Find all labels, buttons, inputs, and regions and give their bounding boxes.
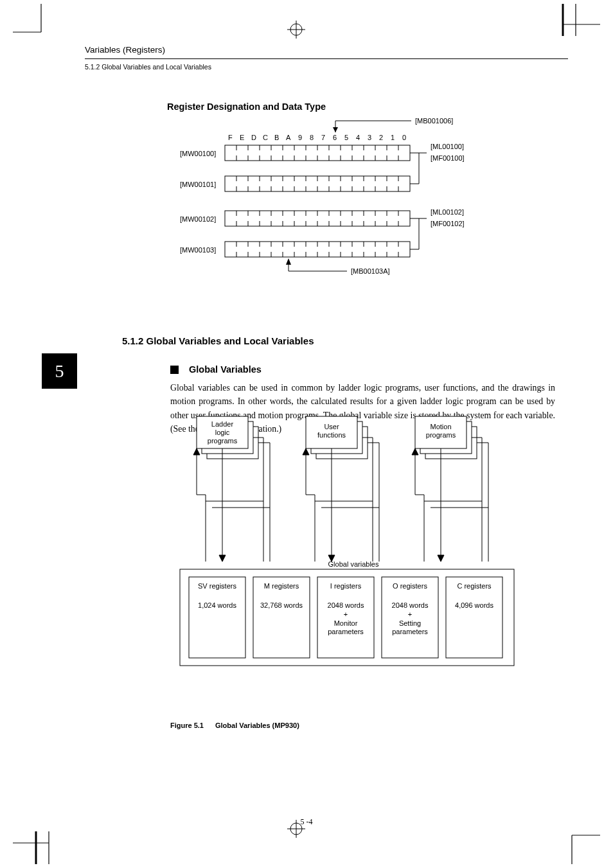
bottom-pointer-label: [MB00103A]: [351, 267, 390, 275]
content-area: Variables (Registers) 5.1.2 Global Varia…: [45, 45, 568, 804]
svg-text:+: +: [408, 610, 412, 618]
svg-text:1,024 words: 1,024 words: [198, 601, 236, 609]
square-bullet-icon: [170, 366, 179, 374]
svg-text:2: 2: [379, 134, 383, 141]
h2-section: 5.1.2 Global Variables and Local Variabl…: [122, 335, 568, 346]
word-label-1: [MW00101]: [180, 181, 216, 188]
svg-text:Motion: Motion: [430, 423, 451, 430]
reg-box-4: C registers 4,096 words: [446, 577, 502, 658]
svg-text:User: User: [324, 423, 339, 430]
fig-num: Figure 5.1: [170, 722, 204, 729]
running-header: Variables (Registers): [85, 45, 568, 55]
svg-marker-189: [193, 448, 200, 455]
h3-row: Global Variables: [170, 364, 568, 375]
svg-text:4: 4: [356, 134, 360, 141]
svg-text:1: 1: [391, 134, 395, 141]
svg-text:5: 5: [344, 134, 348, 141]
svg-text:+: +: [344, 610, 348, 618]
figure-caption: Figure 5.1Global Variables (MP930): [170, 722, 568, 729]
right-label-ml0: [ML00100]: [431, 143, 464, 150]
svg-text:SV registers: SV registers: [198, 582, 236, 590]
svg-text:programs: programs: [208, 437, 238, 445]
top-box-1: User functions: [306, 416, 368, 459]
running-subheader: 5.1.2 Global Variables and Local Variabl…: [85, 63, 568, 71]
svg-text:F: F: [228, 134, 233, 141]
svg-text:3: 3: [368, 134, 371, 141]
svg-text:32,768 words: 32,768 words: [260, 601, 303, 609]
bit-header: FE DC BA 98 76 54 32 10: [228, 134, 406, 141]
svg-text:E: E: [240, 134, 244, 141]
svg-marker-185: [219, 555, 226, 562]
svg-text:C registers: C registers: [457, 582, 492, 590]
svg-text:logic: logic: [215, 429, 230, 436]
top-pointer: [MB001006]: [333, 117, 453, 132]
gv-container-title: Global variables: [328, 560, 379, 568]
word-label-3: [MW00103]: [180, 246, 216, 254]
page-root: Variables (Registers) 5.1.2 Global Varia…: [0, 0, 613, 868]
top-box-2: Motion programs: [415, 416, 477, 459]
svg-text:functions: functions: [317, 431, 346, 439]
svg-text:Monitor: Monitor: [334, 619, 358, 627]
right-label-ml1: [ML00102]: [431, 208, 464, 216]
reg-box-3: O registers 2048 words + Setting paramet…: [382, 577, 438, 658]
register-diagram: .lbl { font: 11px Arial, sans-serif; } .…: [141, 109, 553, 296]
global-vars-diagram: .sm{font:11px Arial,sans-serif;text-anch…: [167, 411, 540, 681]
word-label-2: [MW00102]: [180, 215, 216, 223]
svg-text:7: 7: [321, 134, 325, 141]
svg-text:I registers: I registers: [330, 582, 362, 590]
page-number: 5 -4: [0, 817, 613, 827]
svg-text:Setting: Setting: [399, 619, 421, 627]
word-label-0: [MW00100]: [180, 150, 216, 157]
svg-marker-34: [333, 127, 338, 132]
right-brace-1: [410, 218, 427, 249]
svg-text:8: 8: [310, 134, 314, 141]
svg-text:Ladder: Ladder: [211, 420, 234, 428]
svg-text:parameters: parameters: [392, 628, 428, 635]
svg-text:A: A: [286, 134, 291, 141]
svg-text:M registers: M registers: [264, 582, 299, 590]
top-pointer-label: [MB001006]: [415, 117, 453, 125]
right-label-mf0: [MF00100]: [431, 154, 465, 162]
chapter-tab: 5: [42, 353, 77, 389]
h3-title: Global Variables: [189, 364, 262, 375]
svg-marker-201: [303, 448, 309, 455]
svg-text:0: 0: [402, 134, 406, 141]
svg-text:B: B: [274, 134, 279, 141]
svg-text:C: C: [263, 134, 268, 141]
reg-box-2: I registers 2048 words + Monitor paramet…: [317, 577, 374, 658]
right-label-mf1: [MF00102]: [431, 220, 465, 227]
svg-text:6: 6: [333, 134, 337, 141]
reg-box-0: SV registers 1,024 words: [189, 577, 245, 658]
bottom-pointer: [MB00103A]: [286, 258, 390, 275]
svg-marker-209: [438, 555, 444, 562]
right-brace-0: [410, 153, 427, 184]
fig-text: Global Variables (MP930): [215, 722, 299, 729]
header-rule-1: [85, 58, 568, 59]
reg-box-1: M registers 32,768 words: [253, 577, 310, 658]
top-box-0: Ladder logic programs: [197, 416, 258, 459]
svg-text:parameters: parameters: [328, 628, 364, 635]
svg-text:D: D: [251, 134, 256, 141]
svg-text:9: 9: [298, 134, 302, 141]
svg-text:2048 words: 2048 words: [328, 601, 364, 609]
svg-text:programs: programs: [426, 431, 456, 439]
word-rows: [MW00100]: [180, 145, 410, 257]
svg-text:O registers: O registers: [393, 582, 427, 590]
svg-marker-161: [286, 258, 291, 265]
svg-marker-213: [412, 448, 418, 455]
svg-text:2048 words: 2048 words: [392, 601, 429, 609]
svg-text:4,096 words: 4,096 words: [455, 601, 493, 609]
